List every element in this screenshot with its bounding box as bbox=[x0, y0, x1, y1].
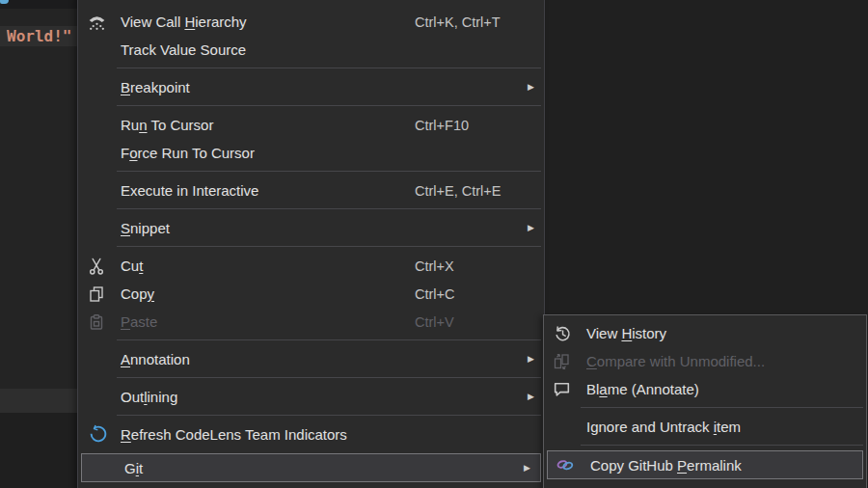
submenu-arrow-icon: ▶ bbox=[524, 464, 530, 473]
menu-item-force-run-to-cursor[interactable]: Force Run To Cursor bbox=[78, 139, 544, 167]
menu-item-shortcut: Ctrl+F10 bbox=[415, 118, 517, 133]
call-hierarchy-icon bbox=[78, 8, 115, 36]
paste-icon bbox=[78, 308, 115, 336]
menu-item-execute-in-interactive[interactable]: Execute in Interactive Ctrl+E, Ctrl+E bbox=[78, 176, 544, 204]
history-icon bbox=[544, 319, 579, 347]
menu-item-view-call-hierarchy[interactable]: View Call Hierarchy Ctrl+K, Ctrl+T bbox=[78, 8, 544, 36]
menu-separator bbox=[78, 204, 544, 214]
menu-item-label: Ignore and Untrack item bbox=[579, 419, 845, 435]
blame-icon bbox=[544, 375, 579, 403]
menu-item-label: Git bbox=[119, 460, 419, 476]
menu-item-label: Paste bbox=[115, 313, 415, 330]
menu-item-snippet[interactable]: Snippet ▶ bbox=[78, 214, 544, 242]
menu-item-copy[interactable]: Copy Ctrl+C bbox=[78, 280, 544, 308]
menu-item-label: Track Value Source bbox=[115, 41, 415, 58]
menu-item-track-value-source[interactable]: Track Value Source bbox=[78, 36, 544, 64]
git-submenu: View History Compare with Unmodified... … bbox=[543, 314, 867, 488]
permalink-icon bbox=[548, 451, 583, 478]
menu-separator bbox=[78, 411, 544, 420]
editor-band bbox=[0, 389, 77, 413]
submenu-arrow-icon: ▶ bbox=[528, 83, 534, 92]
menu-item-annotation[interactable]: Annotation ▶ bbox=[78, 345, 544, 373]
scissors-icon bbox=[78, 252, 115, 280]
menu-item-shortcut: Ctrl+E, Ctrl+E bbox=[415, 183, 517, 199]
menu-separator bbox=[78, 167, 544, 176]
menu-item-refresh-codelens[interactable]: Refresh CodeLens Team Indicators bbox=[78, 420, 544, 448]
submenu-arrow-icon: ▶ bbox=[528, 393, 534, 401]
menu-item-label: Annotation bbox=[115, 351, 415, 367]
submenu-item-ignore-and-untrack[interactable]: Ignore and Untrack item bbox=[544, 413, 866, 441]
menu-item-label: Compare with Unmodified... bbox=[579, 353, 845, 369]
menu-item-run-to-cursor[interactable]: Run To Cursor Ctrl+F10 bbox=[78, 111, 544, 139]
menu-separator bbox=[544, 403, 866, 413]
menu-item-label: Breakpoint bbox=[115, 79, 415, 95]
menu-item-breakpoint[interactable]: Breakpoint ▶ bbox=[78, 73, 544, 101]
submenu-item-view-history[interactable]: View History bbox=[544, 319, 866, 347]
menu-item-cut[interactable]: Cut Ctrl+X bbox=[78, 252, 544, 280]
editor-pane: World!" bbox=[0, 0, 77, 488]
menu-item-label: View Call Hierarchy bbox=[115, 14, 415, 30]
submenu-item-compare-with-unmodified: Compare with Unmodified... bbox=[544, 347, 866, 375]
menu-item-label: Cut bbox=[115, 258, 415, 274]
menu-item-shortcut: Ctrl+K, Ctrl+T bbox=[415, 14, 517, 30]
menu-separator bbox=[78, 242, 544, 252]
menu-item-label: Force Run To Cursor bbox=[115, 145, 415, 161]
menu-item-label: Run To Cursor bbox=[115, 117, 415, 133]
editor-bottom-area bbox=[0, 413, 77, 488]
editor-top-strip bbox=[0, 0, 77, 9]
submenu-arrow-icon: ▶ bbox=[528, 355, 534, 364]
menu-item-label: Snippet bbox=[115, 220, 415, 236]
menu-separator bbox=[544, 441, 866, 450]
submenu-item-blame-annotate[interactable]: Blame (Annotate) bbox=[544, 375, 866, 403]
menu-separator bbox=[78, 64, 544, 73]
menu-item-label: Outlining bbox=[115, 389, 415, 405]
menu-item-label: Copy GitHub Permalink bbox=[583, 457, 841, 474]
menu-item-outlining[interactable]: Outlining ▶ bbox=[78, 383, 544, 411]
current-line-highlight: World!" bbox=[0, 26, 77, 46]
menu-item-label: Blame (Annotate) bbox=[579, 381, 845, 397]
menu-separator bbox=[78, 101, 544, 111]
menu-item-git[interactable]: Git ▶ bbox=[81, 453, 541, 482]
submenu-item-copy-github-permalink[interactable]: Copy GitHub Permalink bbox=[547, 450, 863, 479]
code-string-text: World!" bbox=[0, 27, 71, 45]
menu-separator bbox=[78, 373, 544, 383]
menu-item-label: Copy bbox=[115, 285, 415, 302]
context-menu: View Call Hierarchy Ctrl+K, Ctrl+T Track… bbox=[77, 0, 545, 488]
menu-item-paste: Paste Ctrl+V bbox=[78, 308, 544, 336]
submenu-arrow-icon: ▶ bbox=[528, 224, 534, 232]
compare-icon bbox=[544, 347, 579, 375]
menu-item-label: Execute in Interactive bbox=[115, 182, 415, 199]
menu-separator bbox=[78, 336, 544, 345]
refresh-icon bbox=[78, 420, 115, 448]
menu-item-shortcut: Ctrl+V bbox=[415, 314, 517, 330]
menu-item-shortcut: Ctrl+X bbox=[415, 258, 517, 274]
copy-icon bbox=[78, 280, 115, 308]
menu-item-label: View History bbox=[579, 325, 845, 341]
menu-item-label: Refresh CodeLens Team Indicators bbox=[115, 426, 415, 443]
menu-item-shortcut: Ctrl+C bbox=[415, 286, 517, 302]
